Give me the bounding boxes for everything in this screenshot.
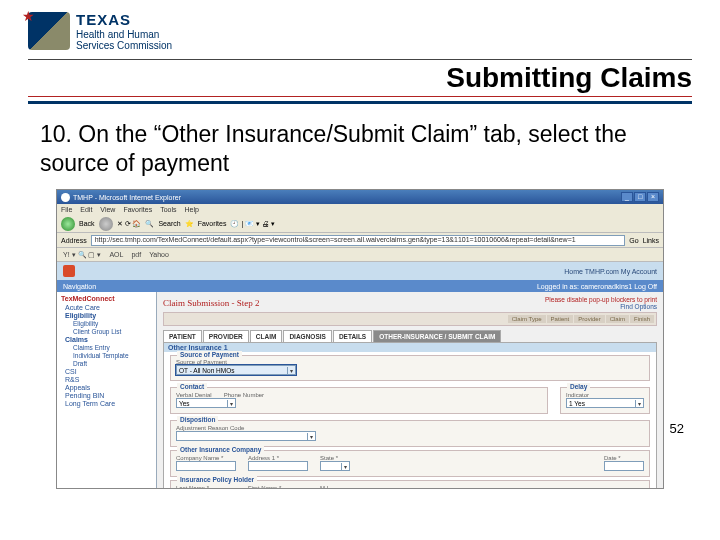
tab-claim[interactable]: CLAIM xyxy=(250,330,283,342)
window-controls[interactable]: _□× xyxy=(621,192,659,202)
sidebar-root[interactable]: TexMedConnect xyxy=(61,295,152,302)
contact-fieldset: Contact Verbal Denial Phone Number Yes▾ xyxy=(170,387,548,414)
source-of-payment-select[interactable]: OT - All Non HMOs▾ xyxy=(176,365,296,375)
tab-provider[interactable]: PROVIDER xyxy=(203,330,249,342)
claim-tabs[interactable]: PATIENT PROVIDER CLAIM DIAGNOSIS DETAILS… xyxy=(163,330,657,342)
nav-title: Navigation xyxy=(63,283,96,290)
logo-text: TEXAS Health and Human Services Commissi… xyxy=(76,12,172,51)
go-button[interactable]: Go xyxy=(629,237,638,244)
ie-addressbar[interactable]: Address http://sec.tmhp.com/TexMedConnec… xyxy=(57,233,663,248)
hhsc-logo: TEXAS Health and Human Services Commissi… xyxy=(28,12,692,51)
instruction-text: 10. On the “Other Insurance/Submit Claim… xyxy=(40,120,686,180)
policy-fieldset: Insurance Policy Holder Last Name * Firs… xyxy=(170,480,650,489)
delay-indicator-select[interactable]: 1 Yes▾ xyxy=(566,398,644,408)
source-fieldset: Source of Payment Source of Payment OT -… xyxy=(170,355,650,381)
logo-icon xyxy=(28,12,70,50)
sidebar-acute[interactable]: Acute Care xyxy=(65,304,152,311)
disposition-fieldset: Disposition Adjustment Reason Code ▾ xyxy=(170,420,650,447)
app-top-links[interactable]: Home TMHP.com My Account xyxy=(564,268,657,275)
sidebar-group-claims[interactable]: Claims xyxy=(65,336,152,343)
find-options[interactable]: Find Options xyxy=(545,303,657,310)
state-select[interactable]: ▾ xyxy=(320,461,350,471)
other-insurance-panel: Other Insurance 1 Source of Payment Sour… xyxy=(163,342,657,489)
ie-menubar[interactable]: FileEditViewFavoritesToolsHelp xyxy=(57,204,663,215)
logged-in[interactable]: Logged in as: cameronadkins1 Log Off xyxy=(537,283,657,290)
tab-details[interactable]: DETAILS xyxy=(333,330,372,342)
chevron-down-icon[interactable]: ▾ xyxy=(287,367,293,374)
embedded-screenshot: TMHP - Microsoft Internet Explorer _□× F… xyxy=(56,189,664,489)
sidebar-group-eligibility[interactable]: Eligibility xyxy=(65,312,152,319)
company-name-input[interactable] xyxy=(176,461,236,471)
address1-input[interactable] xyxy=(248,461,308,471)
back-icon[interactable] xyxy=(61,217,75,231)
forward-icon[interactable] xyxy=(99,217,113,231)
step-buttons[interactable]: Claim TypePatientProviderClaimFinish xyxy=(163,312,657,326)
oic-fieldset: Other Insurance Company Company Name * A… xyxy=(170,450,650,477)
adjustment-reason-select[interactable]: ▾ xyxy=(176,431,316,441)
address-input[interactable]: http://sec.tmhp.com/TexMedConnect/defaul… xyxy=(91,235,626,246)
tmhp-logo-icon xyxy=(63,265,75,277)
ie-icon xyxy=(61,193,70,202)
popup-warning: Please disable pop-up blockers to print xyxy=(545,296,657,303)
ie-toolbar[interactable]: Back ✕ ⟳ 🏠 🔍Search ⭐Favorites 🕘 | 📧 ▾ 🖨 … xyxy=(57,215,663,233)
tab-patient[interactable]: PATIENT xyxy=(163,330,202,342)
delay-fieldset: Delay Indicator 1 Yes▾ xyxy=(560,387,650,414)
app-navbar: Navigation Logged in as: cameronadkins1 … xyxy=(57,280,663,292)
address-label: Address xyxy=(61,237,87,244)
page-number: 52 xyxy=(670,421,684,436)
app-header: Home TMHP.com My Account xyxy=(57,262,663,280)
tab-diagnosis[interactable]: DIAGNOSIS xyxy=(283,330,331,342)
back-label[interactable]: Back xyxy=(79,220,95,227)
tab-other-insurance[interactable]: OTHER-INSURANCE / SUBMIT CLAIM xyxy=(373,330,501,342)
verbal-denial-select[interactable]: Yes▾ xyxy=(176,398,236,408)
window-title: TMHP - Microsoft Internet Explorer xyxy=(73,194,181,201)
page-breadcrumb: Claim Submission - Step 2 xyxy=(163,298,260,308)
sidebar[interactable]: TexMedConnect Acute Care Eligibility Eli… xyxy=(57,292,157,489)
ie-titlebar: TMHP - Microsoft Internet Explorer _□× xyxy=(57,190,663,204)
date-input[interactable] xyxy=(604,461,644,471)
ie-linkbar[interactable]: Y! ▾ 🔍 ▢ ▾ AOLpdfYahoo xyxy=(57,248,663,262)
slide-title: Submitting Claims xyxy=(28,59,692,104)
main-panel: Claim Submission - Step 2 Please disable… xyxy=(157,292,663,489)
